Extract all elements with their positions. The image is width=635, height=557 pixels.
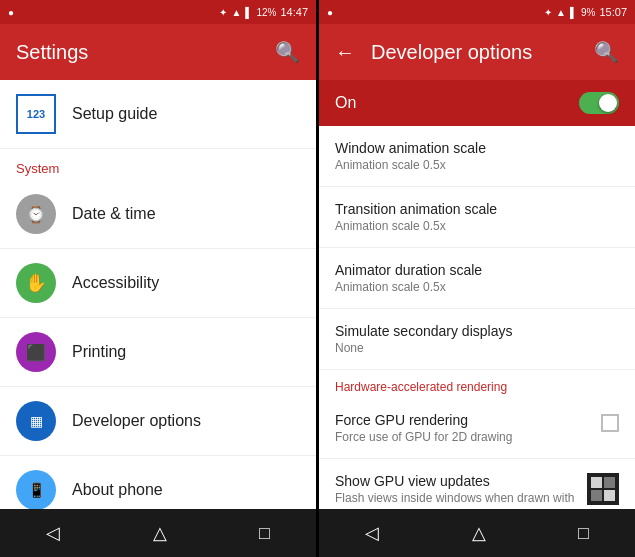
window-animation-text: Window animation scale Animation scale 0…	[335, 140, 619, 172]
force-gpu-checkbox[interactable]	[601, 414, 619, 432]
transition-animation-title: Transition animation scale	[335, 201, 619, 217]
system-section-header: System	[0, 149, 316, 180]
accessibility-text: Accessibility	[72, 274, 300, 292]
show-gpu-updates-subtitle: Flash views inside windows when drawn wi…	[335, 491, 579, 505]
force-gpu-title: Force GPU rendering	[335, 412, 589, 428]
right-status-right: ✦ ▲ ▌ 9% 15:07	[544, 6, 627, 18]
left-signal-icon: ●	[8, 7, 14, 18]
animator-duration-title: Animator duration scale	[335, 262, 619, 278]
setup-guide-label: Setup guide	[72, 105, 157, 122]
left-search-icon[interactable]: 🔍	[275, 40, 300, 64]
left-signal-bars-icon: ▌	[245, 7, 252, 18]
left-home-nav[interactable]: △	[137, 514, 183, 552]
animator-duration-subtitle: Animation scale 0.5x	[335, 280, 619, 294]
left-settings-list: 123 Setup guide System ⌚ Date & time ✋	[0, 80, 316, 509]
force-gpu-text: Force GPU rendering Force use of GPU for…	[335, 412, 589, 444]
right-app-title: Developer options	[371, 41, 594, 64]
accessibility-item[interactable]: ✋ Accessibility	[0, 249, 316, 318]
right-signal-icon: ●	[327, 7, 333, 18]
setup-guide-icon: 123	[16, 94, 56, 134]
window-animation-subtitle: Animation scale 0.5x	[335, 158, 619, 172]
left-bluetooth-icon: ✦	[219, 7, 227, 18]
show-gpu-updates-text: Show GPU view updates Flash views inside…	[335, 473, 579, 505]
accessibility-icon: ✋	[16, 263, 56, 303]
printing-label: Printing	[72, 343, 126, 360]
printing-text: Printing	[72, 343, 300, 361]
developer-options-label: Developer options	[72, 412, 201, 429]
transition-animation-subtitle: Animation scale 0.5x	[335, 219, 619, 233]
date-time-icon: ⌚	[16, 194, 56, 234]
show-gpu-updates-title: Show GPU view updates	[335, 473, 579, 489]
right-wifi-icon: ▲	[556, 7, 566, 18]
right-clock: 15:07	[599, 6, 627, 18]
right-recents-nav[interactable]: □	[562, 515, 605, 552]
accessibility-label: Accessibility	[72, 274, 159, 291]
setup-guide-text: Setup guide	[72, 105, 300, 123]
dev-on-label: On	[335, 94, 356, 112]
setup-guide-item[interactable]: 123 Setup guide	[0, 80, 316, 149]
left-status-left: ●	[8, 7, 14, 18]
animator-duration-text: Animator duration scale Animation scale …	[335, 262, 619, 294]
svg-rect-1	[604, 477, 615, 488]
right-app-bar: ← Developer options 🔍	[319, 24, 635, 80]
left-app-bar: Settings 🔍	[0, 24, 316, 80]
right-status-left: ●	[327, 7, 333, 18]
about-phone-item[interactable]: 📱 About phone	[0, 456, 316, 509]
right-phone: ● ✦ ▲ ▌ 9% 15:07 ← Developer options 🔍 O…	[319, 0, 635, 557]
animator-duration-item[interactable]: Animator duration scale Animation scale …	[319, 248, 635, 309]
left-clock: 14:47	[280, 6, 308, 18]
right-nav-bar: ◁ △ □	[319, 509, 635, 557]
show-gpu-updates-item[interactable]: Show GPU view updates Flash views inside…	[319, 459, 635, 509]
transition-animation-text: Transition animation scale Animation sca…	[335, 201, 619, 233]
simulate-displays-item[interactable]: Simulate secondary displays None	[319, 309, 635, 370]
developer-options-item[interactable]: ▦ Developer options	[0, 387, 316, 456]
left-status-right: ✦ ▲ ▌ 12% 14:47	[219, 6, 308, 18]
dev-on-bar: On	[319, 80, 635, 126]
left-wifi-icon: ▲	[231, 7, 241, 18]
dev-toggle[interactable]	[579, 92, 619, 114]
force-gpu-item[interactable]: Force GPU rendering Force use of GPU for…	[319, 398, 635, 459]
right-bluetooth-icon: ✦	[544, 7, 552, 18]
left-battery-text: 12%	[256, 7, 276, 18]
right-search-icon[interactable]: 🔍	[594, 40, 619, 64]
force-gpu-subtitle: Force use of GPU for 2D drawing	[335, 430, 589, 444]
left-recents-nav[interactable]: □	[243, 515, 286, 552]
gpu-view-icon	[587, 473, 619, 505]
svg-rect-2	[591, 490, 602, 501]
svg-rect-3	[604, 490, 615, 501]
right-battery-text: 9%	[581, 7, 595, 18]
printing-icon: ⬛	[16, 332, 56, 372]
left-back-nav[interactable]: ◁	[30, 514, 76, 552]
simulate-displays-title: Simulate secondary displays	[335, 323, 619, 339]
right-back-icon[interactable]: ←	[335, 41, 355, 64]
date-time-label: Date & time	[72, 205, 156, 222]
right-status-bar: ● ✦ ▲ ▌ 9% 15:07	[319, 0, 635, 24]
transition-animation-item[interactable]: Transition animation scale Animation sca…	[319, 187, 635, 248]
left-phone: ● ✦ ▲ ▌ 12% 14:47 Settings 🔍 123 Setup g…	[0, 0, 316, 557]
developer-options-icon: ▦	[16, 401, 56, 441]
date-time-text: Date & time	[72, 205, 300, 223]
date-time-item[interactable]: ⌚ Date & time	[0, 180, 316, 249]
window-animation-item[interactable]: Window animation scale Animation scale 0…	[319, 126, 635, 187]
svg-rect-0	[591, 477, 602, 488]
right-signal-bars-icon: ▌	[570, 7, 577, 18]
hw-section-header: Hardware-accelerated rendering	[319, 370, 635, 398]
printing-item[interactable]: ⬛ Printing	[0, 318, 316, 387]
right-back-nav[interactable]: ◁	[349, 514, 395, 552]
about-phone-label: About phone	[72, 481, 163, 498]
left-nav-bar: ◁ △ □	[0, 509, 316, 557]
right-home-nav[interactable]: △	[456, 514, 502, 552]
left-status-bar: ● ✦ ▲ ▌ 12% 14:47	[0, 0, 316, 24]
developer-options-text: Developer options	[72, 412, 300, 430]
about-phone-text: About phone	[72, 481, 300, 499]
dev-options-list: Window animation scale Animation scale 0…	[319, 126, 635, 509]
left-app-title: Settings	[16, 41, 275, 64]
window-animation-title: Window animation scale	[335, 140, 619, 156]
simulate-displays-text: Simulate secondary displays None	[335, 323, 619, 355]
simulate-displays-subtitle: None	[335, 341, 619, 355]
about-phone-icon: 📱	[16, 470, 56, 509]
